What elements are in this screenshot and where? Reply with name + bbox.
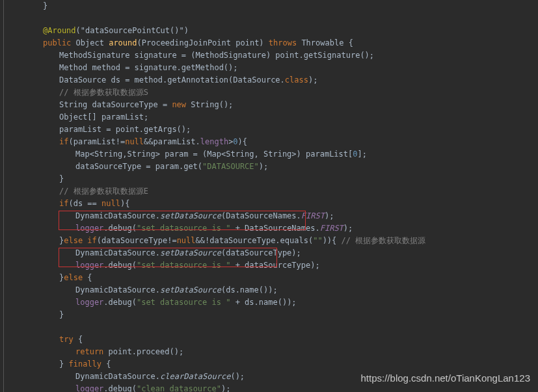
- code-line: logger.debug("clean datasource");: [23, 383, 538, 392]
- code-line: Method method = signature.getMethod();: [23, 62, 538, 74]
- code-line: if(ds == null){: [23, 198, 538, 210]
- blank-line: [23, 321, 538, 333]
- code-line: logger.debug("set datasource is " + data…: [23, 259, 538, 272]
- code-line: DynamicDataSource.setDataSource(dataSour…: [23, 247, 538, 259]
- code-line: DynamicDataSource.setDataSource(ds.name(…: [23, 284, 538, 296]
- code-line: logger.debug("set datasource is " + ds.n…: [23, 296, 538, 309]
- code-line: } finally {: [23, 358, 538, 371]
- code-line: // 根据参数获取数据源S: [23, 86, 538, 99]
- code-line: try {: [23, 333, 538, 346]
- code-line: if(paramList!=null&&paramList.length>0){: [23, 136, 538, 148]
- code-line: @Around("dataSourcePointCut()"): [23, 25, 538, 37]
- code-line: return point.proceed();: [23, 346, 538, 358]
- code-line: }: [23, 173, 538, 185]
- code-line: }else if(dataSourceType!=null&&!dataSour…: [23, 235, 538, 247]
- code-line: DataSource ds = method.getAnnotation(Dat…: [23, 74, 538, 86]
- code-line: Object[] paramList;: [23, 111, 538, 124]
- code-line: }else {: [23, 272, 538, 284]
- code-line: // 根据参数获取数据源E: [23, 185, 538, 198]
- blank-line: [23, 12, 538, 25]
- code-line: Map<String,String> param = (Map<String, …: [23, 148, 538, 161]
- code-editor: } @Around("dataSourcePointCut()") public…: [3, 0, 538, 392]
- code-line: logger.debug("set datasource is " + Data…: [23, 222, 538, 235]
- code-line: dataSourceType = param.get("DATASOURCE")…: [23, 161, 538, 173]
- code-line: public Object around(ProceedingJoinPoint…: [23, 37, 538, 49]
- watermark-text: https://blog.csdn.net/oTianKongLan123: [361, 372, 530, 384]
- code-line: }: [23, 0, 538, 12]
- code-line: MethodSignature signature = (MethodSigna…: [23, 49, 538, 62]
- code-line: DynamicDataSource.setDataSource(DataSour…: [23, 210, 538, 222]
- code-line: String dataSourceType = new String();: [23, 99, 538, 111]
- code-line: }: [23, 309, 538, 321]
- code-line: paramList = point.getArgs();: [23, 124, 538, 136]
